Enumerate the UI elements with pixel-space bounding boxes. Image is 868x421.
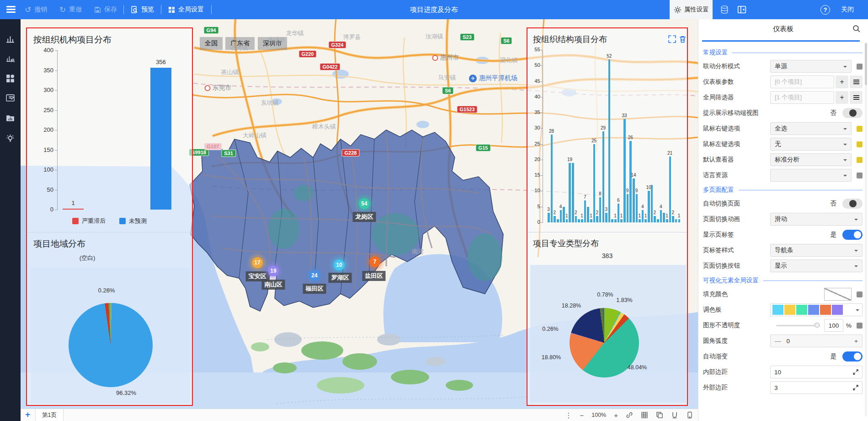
expand-icon[interactable]: [668, 35, 676, 43]
copy-icon[interactable]: [656, 411, 663, 419]
map-marker-罗湖区[interactable]: 10: [334, 259, 345, 270]
scrollbar[interactable]: [865, 42, 867, 416]
opacity-slider[interactable]: [776, 325, 820, 326]
zoom-out-button[interactable]: −: [580, 412, 584, 419]
map-marker-龙岗区[interactable]: 54: [359, 198, 370, 209]
bar-item[interactable]: [654, 216, 656, 222]
dropdown-联动分析模式[interactable]: 单源: [770, 60, 852, 73]
bar-item[interactable]: [551, 135, 553, 222]
bar-item[interactable]: [660, 210, 662, 222]
map-marker-福田区[interactable]: 24: [309, 270, 320, 281]
bar-item[interactable]: [569, 163, 571, 222]
panel-org-agency[interactable]: 按组织机构项目分布 4003503002502001501005001356 严…: [26, 27, 193, 406]
bar-item[interactable]: [590, 219, 592, 222]
tab-properties[interactable]: 属性设置: [670, 0, 713, 19]
bar-item[interactable]: [620, 219, 623, 222]
bar-item[interactable]: [639, 219, 641, 222]
preview-button[interactable]: 预览: [131, 0, 154, 19]
magnet-icon[interactable]: [671, 411, 678, 419]
bar-item[interactable]: [596, 216, 598, 222]
save-button[interactable]: 保存: [94, 0, 117, 19]
trash-icon[interactable]: [679, 35, 687, 43]
bar-item[interactable]: [575, 216, 577, 222]
bar-item[interactable]: [548, 213, 550, 222]
close-button[interactable]: 关闭: [841, 0, 854, 19]
add-page-button[interactable]: +: [25, 410, 30, 420]
input-仪表板参数[interactable]: [0 个项目]: [770, 76, 834, 88]
decrease-button[interactable]: —: [775, 338, 781, 345]
bar-item[interactable]: [629, 141, 632, 222]
input-内部边距[interactable]: 10: [770, 366, 863, 378]
bar-item[interactable]: [584, 200, 586, 222]
list-button[interactable]: [850, 76, 863, 88]
dropdown-页面切换按钮[interactable]: 显示: [770, 259, 863, 272]
input-外部边距[interactable]: 3: [770, 381, 863, 394]
dashboard-canvas[interactable]: 全国广东省深圳市黄埔区龙华镇博罗县石湾镇茶山镇东坑镇大岭山镇樟木头镇汝湖镇马安镇…: [21, 19, 698, 409]
bar-item[interactable]: [560, 210, 562, 222]
data-source-button[interactable]: [720, 0, 729, 19]
chart-legend[interactable]: 严重滞后未预测: [27, 217, 192, 225]
form-filter-icon[interactable]: [5, 93, 15, 103]
bar-item[interactable]: [644, 219, 647, 222]
add-button[interactable]: +: [836, 76, 848, 88]
toggle-提示展示移动端视图[interactable]: [842, 108, 863, 118]
bar-未预测[interactable]: [150, 68, 171, 210]
fill-color-swatch[interactable]: [824, 288, 852, 301]
map-marker-盐田区[interactable]: 7: [369, 256, 380, 267]
pie-chart-region[interactable]: [69, 303, 153, 387]
link-icon[interactable]: [626, 411, 633, 419]
opacity-input[interactable]: 100: [824, 319, 843, 332]
bar-item[interactable]: [608, 59, 611, 222]
map-level-button-1[interactable]: 全国: [200, 37, 223, 50]
help-button[interactable]: ?: [820, 0, 830, 19]
add-button[interactable]: +: [836, 91, 848, 104]
redo-button[interactable]: ↻重做: [59, 0, 82, 19]
bar-item[interactable]: [581, 219, 583, 222]
bar-item[interactable]: [614, 219, 617, 222]
dropdown-鼠标左键选项[interactable]: 无: [770, 138, 852, 151]
layout-panel-button[interactable]: [737, 0, 746, 19]
dropdown-默认查看器[interactable]: 标准分析: [770, 153, 852, 166]
chart-icon[interactable]: [5, 34, 15, 44]
stepper-圆角弧度[interactable]: —0+: [770, 335, 863, 347]
bar-item[interactable]: [651, 185, 653, 222]
legend-item[interactable]: 未预测: [119, 217, 147, 225]
bar-item[interactable]: [605, 213, 607, 222]
bar-item[interactable]: [611, 219, 613, 222]
folder-chart-icon[interactable]: [5, 113, 15, 123]
increase-button[interactable]: +: [854, 338, 858, 345]
map-marker-南山区[interactable]: 19: [268, 265, 279, 276]
dropdown-页标签样式[interactable]: 导航条: [770, 244, 863, 257]
palette-dropdown[interactable]: [770, 303, 863, 316]
bar-item[interactable]: [627, 194, 629, 222]
toggle-自动切换页面[interactable]: [842, 199, 863, 209]
bar-item[interactable]: [623, 119, 626, 222]
global-settings-button[interactable]: 全局设置: [168, 0, 204, 19]
toggle-自动渐变[interactable]: [842, 351, 863, 362]
bar-item[interactable]: [675, 219, 677, 222]
bar-item[interactable]: [678, 219, 681, 222]
bar-严重滞后[interactable]: [63, 209, 84, 210]
dropdown-页面切换动画[interactable]: 滑动: [770, 213, 863, 226]
list-button[interactable]: [850, 91, 863, 104]
legend-item[interactable]: 严重滞后: [72, 217, 106, 225]
panel-org-structure[interactable]: 按组织结构项目分布 555045403530252015105032824119…: [527, 27, 688, 406]
bar-item[interactable]: [633, 178, 635, 222]
search-icon[interactable]: [852, 24, 861, 33]
bar-item[interactable]: [657, 219, 659, 222]
more-options-icon[interactable]: ⋮: [565, 412, 572, 419]
undo-button[interactable]: ↺撤销: [25, 0, 47, 19]
bar-item[interactable]: [557, 219, 559, 222]
grid-icon[interactable]: [641, 411, 648, 419]
chart-user-icon[interactable]: [5, 54, 15, 64]
bar-item[interactable]: [599, 197, 602, 222]
widgets-icon[interactable]: [5, 74, 15, 83]
bulb-icon[interactable]: [5, 134, 15, 143]
bar-item[interactable]: [672, 216, 674, 222]
map-marker-宝安区[interactable]: 17: [252, 257, 263, 268]
bar-item[interactable]: [578, 219, 580, 222]
page-tab-1[interactable]: 第1页: [35, 409, 64, 421]
zoom-in-button[interactable]: +: [614, 412, 618, 419]
input-全局筛选器[interactable]: [1 个项目]: [770, 91, 834, 104]
dropdown-语言资源[interactable]: [770, 169, 852, 182]
